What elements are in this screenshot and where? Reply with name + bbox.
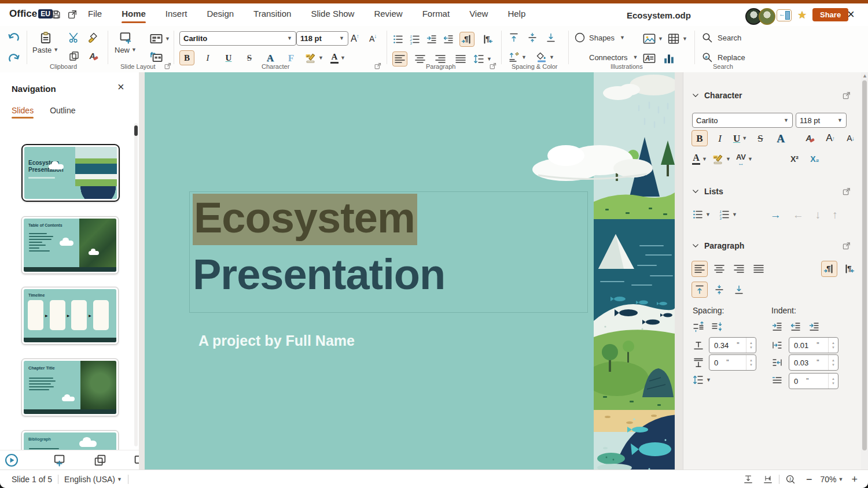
insert-chart-button[interactable] — [662, 51, 676, 65]
sidebar-bullet-list-button[interactable]: ▼ — [692, 206, 711, 223]
slide-thumbnail-3[interactable]: Timeline ▶ ▶ ▶ — [21, 287, 119, 345]
paragraph-spacing-button[interactable]: ▼ — [508, 51, 527, 63]
duplicate-slide-icon[interactable] — [93, 453, 107, 467]
slide-properties-button[interactable] — [149, 50, 163, 64]
sidebar-rtl-button[interactable]: ¶ — [841, 261, 857, 277]
highlight-color-button[interactable]: ab▼ — [304, 50, 324, 65]
sidebar-highlight-button[interactable]: ab▼ — [712, 151, 731, 167]
spinner[interactable]: ▲▼ — [828, 338, 838, 353]
menu-file[interactable]: File — [88, 5, 102, 22]
sidebar-underline-button[interactable]: U▼ — [732, 130, 748, 146]
sidebar-italic-button[interactable]: I — [712, 130, 728, 146]
slide-thumbnail-4[interactable]: Chapter Title — [21, 358, 119, 416]
fill-color-button[interactable]: ▼ — [536, 51, 554, 63]
insert-image-button[interactable]: ▼ — [642, 32, 663, 46]
switch-indent-icon[interactable] — [808, 321, 820, 332]
title-text-box[interactable]: Ecosystem Presentation — [189, 191, 588, 313]
save-icon[interactable] — [51, 9, 61, 20]
right-to-left-button[interactable]: ¶ — [480, 32, 495, 47]
insert-textbox-button[interactable]: A — [642, 51, 656, 65]
character-dialog-popout-icon[interactable] — [842, 91, 851, 100]
slide-thumbnail-2[interactable]: Table of Contents — [21, 216, 119, 274]
strikethrough-button[interactable]: S — [242, 50, 257, 65]
align-top-icon[interactable] — [508, 32, 520, 43]
paste-button[interactable]: Paste▼ — [32, 31, 58, 54]
slide-thumbnail-1[interactable]: Ecosystem Presentation — [21, 144, 120, 202]
font-color-button[interactable]: A▼ — [330, 50, 346, 65]
menu-slideshow[interactable]: Slide Show — [311, 5, 354, 22]
promote-button[interactable]: ← — [793, 209, 804, 220]
new-slide-button[interactable]: New▼ — [115, 31, 137, 54]
sidebar-ltr-button[interactable]: ¶ — [821, 261, 837, 277]
sidebar-align-bottom-button[interactable] — [731, 282, 747, 298]
menu-home[interactable]: Home — [122, 5, 146, 22]
increase-indent-icon[interactable] — [426, 34, 437, 45]
window-scrollbar-thumb[interactable] — [862, 80, 867, 450]
start-presentation-icon[interactable] — [5, 453, 19, 467]
zoom-dialog-icon[interactable]: 1 — [785, 474, 796, 485]
bullet-list-icon[interactable] — [392, 34, 404, 45]
numbered-list-icon[interactable]: 123 — [409, 34, 421, 45]
sidebar-grow-font-button[interactable]: A↑ — [822, 130, 838, 146]
font-name-combo[interactable]: Carlito▼ — [179, 31, 296, 46]
clone-formatting-icon[interactable] — [88, 32, 100, 43]
zoom-level-selector[interactable]: 70%▼ — [821, 475, 844, 484]
redo-icon[interactable] — [7, 51, 21, 65]
close-window-icon[interactable]: × — [847, 7, 855, 22]
paragraph-section-header[interactable]: Paragraph — [692, 241, 744, 250]
sidebar-align-center-button[interactable] — [711, 261, 727, 277]
sidebar-justify-button[interactable] — [751, 261, 767, 277]
below-spacing-input[interactable]: 0" ▲▼ — [709, 354, 756, 371]
slide-canvas[interactable]: Ecosystem Presentation A project by Full… — [139, 72, 683, 469]
italic-button[interactable]: I — [200, 50, 215, 65]
lists-dialog-popout-icon[interactable] — [842, 187, 851, 196]
character-popout-icon[interactable] — [374, 62, 382, 70]
menu-transition[interactable]: Transition — [253, 5, 291, 22]
replace-button[interactable]: aReplace — [701, 51, 745, 63]
copy-icon[interactable] — [68, 50, 80, 62]
sidebar-decrease-indent-icon[interactable] — [790, 321, 801, 332]
sidebar-increase-indent-icon[interactable] — [771, 321, 783, 332]
sidebar-center-vertically-button[interactable] — [711, 282, 727, 298]
avatar[interactable] — [759, 8, 775, 25]
sidebar-character-spacing-button[interactable]: AV↔▼ — [735, 151, 753, 167]
first-line-indent-input[interactable]: 0" ▲▼ — [789, 373, 838, 389]
sidebar-align-left-button[interactable] — [692, 261, 708, 277]
sidebar-strikethrough-button[interactable]: S — [752, 130, 768, 146]
sidebar-align-top-button[interactable] — [692, 282, 708, 298]
above-spacing-input[interactable]: 0.34" ▲▼ — [709, 337, 756, 353]
menu-design[interactable]: Design — [207, 5, 234, 22]
left-to-right-button[interactable]: ¶ — [459, 32, 475, 47]
sidebar-bold-button[interactable]: B — [692, 130, 708, 146]
close-navigation-icon[interactable]: × — [117, 80, 124, 94]
menu-review[interactable]: Review — [374, 5, 402, 22]
sidebar-font-color-button[interactable]: A▼ — [692, 151, 708, 167]
sidebar-shadow-button[interactable]: A — [773, 130, 789, 146]
subscript-button[interactable]: X₂ — [807, 151, 823, 167]
lists-section-header[interactable]: Lists — [692, 187, 723, 196]
grow-font-button[interactable]: A↑ — [351, 33, 359, 44]
shapes-button[interactable]: Shapes — [589, 34, 615, 42]
shrink-font-button[interactable]: A↓ — [369, 33, 377, 43]
clear-formatting-icon[interactable]: A — [88, 50, 100, 62]
zoom-in-button[interactable]: + — [851, 474, 858, 486]
navigation-scrollbar-thumb[interactable] — [134, 125, 138, 136]
underline-button[interactable]: U — [221, 50, 236, 65]
slide-1[interactable]: Ecosystem Presentation A project by Full… — [145, 72, 675, 469]
menu-format[interactable]: Format — [422, 5, 450, 22]
paragraph-popout-icon[interactable] — [489, 62, 497, 70]
center-vertically-icon[interactable] — [527, 32, 538, 43]
sidebar-clear-formatting-button[interactable]: A — [802, 130, 818, 146]
slide-title[interactable]: Ecosystem Presentation — [193, 190, 445, 303]
selected-text[interactable]: Ecosystem — [193, 194, 417, 245]
favorite-star-icon[interactable]: ★ — [797, 9, 807, 21]
sidebar-numbered-list-button[interactable]: 123▼ — [718, 206, 738, 223]
insert-table-button[interactable]: ▼ — [667, 32, 687, 46]
slide-layout-popout-icon[interactable] — [164, 62, 172, 70]
fit-slide-icon[interactable] — [743, 474, 753, 485]
spinner[interactable]: ▲▼ — [746, 355, 756, 370]
move-down-button[interactable]: ↓ — [815, 209, 821, 220]
character-section-header[interactable]: Character — [692, 91, 742, 100]
menu-help[interactable]: Help — [507, 5, 525, 22]
collaborator-avatars[interactable] — [745, 8, 775, 25]
